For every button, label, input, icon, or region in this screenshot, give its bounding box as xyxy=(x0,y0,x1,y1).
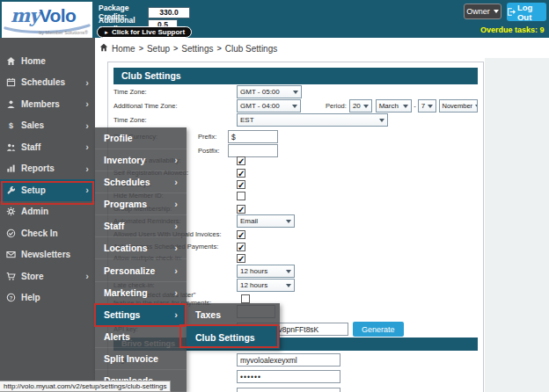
sidebar-item-sales[interactable]: $Sales› xyxy=(0,115,95,137)
self-registration-checkbox[interactable]: ✓ xyxy=(237,169,245,178)
svg-text:?: ? xyxy=(10,295,13,301)
closed-days-checkbox[interactable]: ✓ xyxy=(237,180,245,189)
sidebar-item-label: Reports xyxy=(21,163,55,173)
people-icon xyxy=(6,142,21,152)
chevron-right-icon: › xyxy=(174,178,178,186)
breadcrumb-link-club-settings[interactable]: Club Settings xyxy=(225,44,277,54)
period-end-month-select[interactable]: November xyxy=(439,99,479,113)
period-label: Period: xyxy=(326,102,347,110)
password-input[interactable] xyxy=(237,370,340,383)
auto-process-checkbox[interactable]: ✓ xyxy=(237,243,245,251)
sidebar-item-store[interactable]: Store› xyxy=(0,265,95,287)
flyout-item-locations[interactable]: Locations› xyxy=(95,237,187,259)
setup-flyout-menu: ProfileInventory›Schedules›Programs›Staf… xyxy=(95,127,187,392)
play-icon: ► xyxy=(104,30,109,35)
owner-dropdown[interactable]: Owner xyxy=(464,4,501,19)
chevron-right-icon: › xyxy=(85,78,89,87)
breadcrumb-link-setup[interactable]: Setup xyxy=(147,44,170,54)
time-zone-select[interactable]: GMT - 05:00 xyxy=(237,85,302,98)
flyout-item-split-invoice[interactable]: Split Invoice xyxy=(95,348,187,370)
flyout-item-label: Inventory xyxy=(104,155,145,165)
chevron-right-icon: › xyxy=(85,142,89,151)
flyout-item-schedules[interactable]: Schedules› xyxy=(95,171,187,193)
chevron-right-icon: › xyxy=(85,164,89,173)
flyout-item-staff[interactable]: Staff› xyxy=(95,215,187,237)
check-circle-icon xyxy=(6,229,21,238)
sidebar-item-members[interactable]: Members› xyxy=(0,93,95,115)
panel-title: Club Settings xyxy=(113,68,478,84)
automated-reminders-select[interactable]: Email xyxy=(237,214,295,228)
chevron-right-icon: › xyxy=(85,99,89,108)
extra-input[interactable] xyxy=(237,388,340,392)
gear-icon xyxy=(6,207,21,216)
prefix-input[interactable] xyxy=(228,130,278,143)
unpaid-invoices-checkbox[interactable]: ✓ xyxy=(237,230,245,239)
hide-member-id-checkbox[interactable] xyxy=(237,192,245,200)
breadcrumb-link-home[interactable]: Home xyxy=(112,44,135,54)
chevron-right-icon: › xyxy=(174,288,178,297)
live-support-label: Click for Live Support xyxy=(112,28,185,36)
chevron-down-icon xyxy=(363,105,369,108)
chevron-right-icon: › xyxy=(85,272,89,280)
sidebar-item-label: Help xyxy=(21,293,40,302)
person-icon xyxy=(6,99,21,109)
breadcrumb-link-settings[interactable]: Settings xyxy=(181,44,213,54)
sidebar-nav: HomeSchedules›Members›$Sales›Staff›Repor… xyxy=(0,38,95,392)
class-availability-checkbox[interactable]: ✓ xyxy=(237,156,245,165)
period-start-day-select[interactable]: 20 xyxy=(349,99,372,113)
flyout-item-marketing[interactable]: Marketing› xyxy=(95,282,187,304)
flyout-item-programs[interactable]: Programs› xyxy=(95,193,187,215)
cart-icon xyxy=(6,272,21,281)
flyout-item-label: Staff xyxy=(104,221,124,231)
breadcrumb-separator: > xyxy=(139,44,143,53)
multiple-checkin-checkbox[interactable]: ✓ xyxy=(237,254,245,263)
sidebar-item-reports[interactable]: Reports› xyxy=(0,158,95,180)
additional-time-zone-select[interactable]: GMT - 04:00 xyxy=(237,99,301,113)
chevron-down-icon xyxy=(428,105,433,108)
generate-button[interactable]: Generate xyxy=(353,322,404,337)
annotation-box-club-settings xyxy=(179,324,279,348)
sidebar-item-help[interactable]: ?Help xyxy=(0,287,95,309)
chevron-down-icon xyxy=(403,105,408,108)
sidebar-item-home[interactable]: Home xyxy=(0,50,95,72)
question-icon: ? xyxy=(6,293,21,302)
sidebar-item-label: Newsletters xyxy=(21,250,70,259)
breadcrumb-home-icon[interactable] xyxy=(99,43,108,54)
period-start-month-select[interactable]: March xyxy=(376,99,413,113)
chevron-right-icon: › xyxy=(174,200,178,208)
live-support-button[interactable]: ► Click for Live Support xyxy=(97,26,192,38)
myvolo-logo[interactable]: myVolo by Member Solutions® xyxy=(2,2,92,38)
flyout-item-inventory[interactable]: Inventory› xyxy=(95,149,187,171)
sidebar-item-check-in[interactable]: Check In xyxy=(0,222,95,244)
submenu-item-label: Taxes xyxy=(195,309,221,320)
sidebar-item-label: Members xyxy=(21,99,60,109)
page-background-strip xyxy=(485,58,549,392)
svg-text:$: $ xyxy=(9,121,13,130)
time-zone-name-select[interactable]: EST xyxy=(237,113,388,127)
breadcrumb-separator: > xyxy=(173,44,178,53)
sidebar-item-staff[interactable]: Staff› xyxy=(0,136,95,158)
early-checkin-select[interactable]: 12 hours xyxy=(237,265,295,278)
select-dates-later-checkbox[interactable] xyxy=(241,294,250,303)
flyout-item-alerts[interactable]: Alerts xyxy=(95,326,187,348)
chart-icon xyxy=(6,163,21,173)
submenu-item-taxes[interactable]: Taxes xyxy=(187,303,280,326)
flyout-item-label: Schedules xyxy=(104,177,150,187)
chevron-down-icon xyxy=(379,119,384,122)
breadcrumb: Home>Setup>Settings>Club Settings xyxy=(99,43,277,54)
login-input[interactable] xyxy=(237,353,340,367)
annotation-box-settings xyxy=(94,303,187,327)
status-url: http://volo.myuat.com/v2/setup/settings/… xyxy=(0,381,171,392)
flyout-item-label: Profile xyxy=(104,133,133,143)
logout-button[interactable]: Log Out xyxy=(507,3,546,21)
flyout-item-profile[interactable]: Profile xyxy=(95,127,187,149)
group-membership-checkbox[interactable]: ✓ xyxy=(237,205,245,214)
sidebar-item-schedules[interactable]: Schedules› xyxy=(0,72,95,94)
sidebar-item-label: Home xyxy=(21,56,46,66)
flyout-item-personalize[interactable]: Personalize› xyxy=(95,259,187,281)
period-end-day-select[interactable]: 7 xyxy=(418,99,436,113)
sidebar-item-newsletters[interactable]: Newsletters xyxy=(0,244,95,266)
home-icon xyxy=(6,56,21,66)
flyout-item-label: Marketing xyxy=(104,287,148,298)
envelope-icon xyxy=(6,250,21,259)
